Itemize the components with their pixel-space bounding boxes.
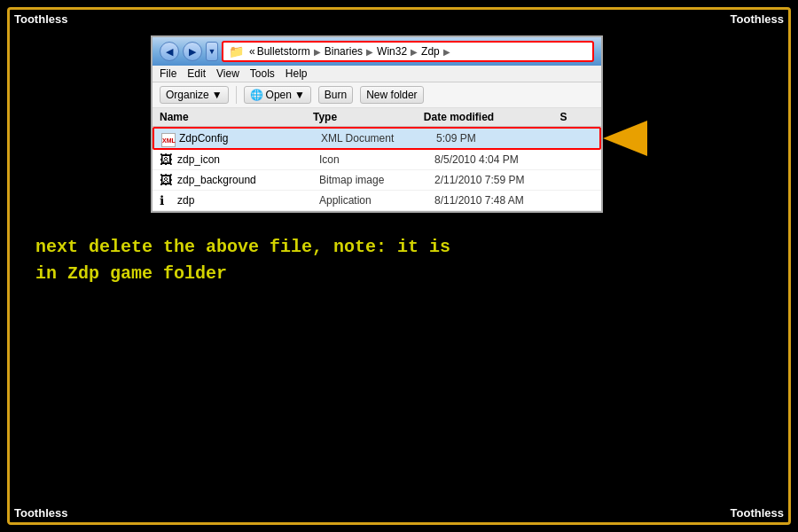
zdp-background-fileicon: 🖼 xyxy=(160,173,174,187)
menu-tools[interactable]: Tools xyxy=(250,67,275,80)
zdp-icon-type: Icon xyxy=(319,153,434,166)
breadcrumb-bar: 📁 « Bulletstorm ▶ Binaries ▶ Win32 ▶ Zdp… xyxy=(222,41,594,62)
watermark-top-right: Toothless xyxy=(731,12,784,26)
file-row-zdp-icon[interactable]: 🖼 zdp_icon Icon 8/5/2010 4:04 PM xyxy=(153,150,601,170)
zdpconfig-icon: XML xyxy=(161,131,176,145)
folder-icon: 📁 xyxy=(229,44,244,59)
col-header-size: S xyxy=(560,111,594,123)
watermark-top-left: Toothless xyxy=(14,12,67,26)
globe-icon: 🌐 xyxy=(250,89,263,101)
zdp-type: Application xyxy=(319,194,434,207)
title-bar: ◀ ▶ ▼ 📁 « Bulletstorm ▶ Binaries ▶ Win32… xyxy=(153,37,601,66)
zdp-icon-date: 8/5/2010 4:04 PM xyxy=(434,153,576,166)
open-button[interactable]: 🌐 Open ▼ xyxy=(244,86,311,104)
col-header-name: Name xyxy=(160,111,313,123)
instruction-line2: in Zdp game folder xyxy=(35,261,450,287)
breadcrumb-sep-1: ▶ xyxy=(314,47,321,57)
col-header-type: Type xyxy=(313,111,424,123)
selected-row-wrapper: XML ZdpConfig XML Document 5:09 PM xyxy=(153,127,601,150)
zdpconfig-name: ZdpConfig xyxy=(179,132,321,145)
burn-button[interactable]: Burn xyxy=(318,86,353,104)
breadcrumb-prefix: « xyxy=(249,45,255,58)
file-list: Name Type Date modified S XML ZdpConfig … xyxy=(153,108,601,211)
menu-bar: File Edit View Tools Help xyxy=(153,66,601,82)
organize-arrow: ▼ xyxy=(212,89,223,101)
menu-edit[interactable]: Edit xyxy=(187,67,206,80)
instruction-line1: next delete the above file, note: it is xyxy=(35,234,450,261)
breadcrumb-part-1[interactable]: Bulletstorm xyxy=(257,45,310,58)
col-header-date: Date modified xyxy=(424,111,560,123)
new-folder-button[interactable]: New folder xyxy=(360,86,423,104)
zdp-fileicon: ℹ xyxy=(160,193,174,207)
breadcrumb-sep-2: ▶ xyxy=(366,47,373,57)
instruction-text: next delete the above file, note: it is … xyxy=(35,234,450,287)
zdpconfig-date: 5:09 PM xyxy=(436,132,578,145)
zdp-background-date: 2/11/2010 7:59 PM xyxy=(434,174,576,186)
new-folder-label: New folder xyxy=(366,89,417,101)
menu-view[interactable]: View xyxy=(216,67,239,80)
yellow-arrow-annotation xyxy=(603,121,647,156)
back-button[interactable]: ◀ xyxy=(160,42,179,61)
breadcrumb-part-3[interactable]: Win32 xyxy=(377,45,407,58)
zdpconfig-type: XML Document xyxy=(321,132,436,145)
zdp-name: zdp xyxy=(177,194,319,207)
zdp-background-name: zdp_background xyxy=(177,174,319,186)
breadcrumb-sep-4: ▶ xyxy=(443,47,450,57)
open-label: Open xyxy=(266,89,292,101)
dropdown-button[interactable]: ▼ xyxy=(206,42,218,61)
organize-label: Organize xyxy=(166,89,209,101)
menu-file[interactable]: File xyxy=(160,67,176,80)
toolbar-divider-1 xyxy=(236,86,237,104)
zdp-icon-fileicon: 🖼 xyxy=(160,153,174,167)
breadcrumb-part-4[interactable]: Zdp xyxy=(421,45,440,58)
menu-help[interactable]: Help xyxy=(286,67,308,80)
watermark-bottom-left: Toothless xyxy=(14,506,67,520)
toolbar: Organize ▼ 🌐 Open ▼ Burn New folder xyxy=(153,82,601,108)
breadcrumb-sep-3: ▶ xyxy=(411,47,418,57)
zdp-background-type: Bitmap image xyxy=(319,174,434,186)
file-row-zdp-background[interactable]: 🖼 zdp_background Bitmap image 2/11/2010 … xyxy=(153,170,601,191)
file-row-zdpconfig[interactable]: XML ZdpConfig XML Document 5:09 PM xyxy=(153,127,601,150)
zdp-date: 8/11/2010 7:48 AM xyxy=(434,194,576,207)
breadcrumb-part-2[interactable]: Binaries xyxy=(325,45,363,58)
forward-button[interactable]: ▶ xyxy=(183,42,202,61)
zdp-icon-name: zdp_icon xyxy=(177,153,319,166)
open-arrow: ▼ xyxy=(294,89,305,101)
burn-label: Burn xyxy=(325,89,347,101)
yellow-arrow xyxy=(603,121,647,156)
watermark-bottom-right: Toothless xyxy=(731,506,784,520)
content-area: ◀ ▶ ▼ 📁 « Bulletstorm ▶ Binaries ▶ Win32… xyxy=(18,35,780,497)
organize-button[interactable]: Organize ▼ xyxy=(160,86,229,104)
file-list-header: Name Type Date modified S xyxy=(153,108,601,127)
explorer-window: ◀ ▶ ▼ 📁 « Bulletstorm ▶ Binaries ▶ Win32… xyxy=(151,35,603,213)
file-row-zdp[interactable]: ℹ zdp Application 8/11/2010 7:48 AM xyxy=(153,191,601,211)
